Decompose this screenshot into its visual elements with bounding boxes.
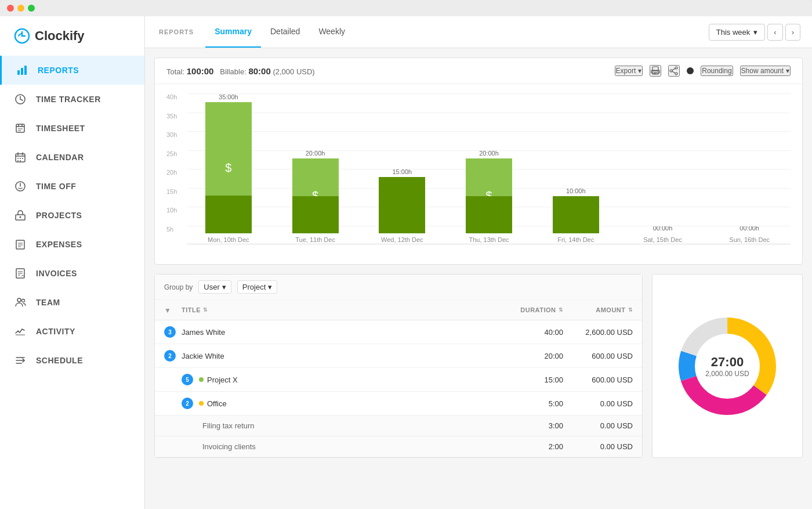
export-button[interactable]: Export ▾ [615, 66, 643, 76]
bar-tue-dark [292, 196, 339, 234]
chart-header: Total: 100:00 Billable: 80:00 (2,000 USD… [155, 58, 802, 84]
sidebar-item-projects[interactable]: PROJECTS [0, 201, 144, 230]
sidebar-item-reports[interactable]: REPORTS [0, 56, 144, 85]
row-amount: 2,600.00 USD [563, 328, 633, 337]
close-dot[interactable] [7, 5, 14, 12]
next-week-button[interactable]: › [785, 24, 800, 41]
time-off-icon [14, 180, 27, 193]
y-label-35: 35h [166, 113, 187, 120]
share-icon [669, 66, 679, 75]
row-title: James White [182, 328, 505, 337]
donut-chart-card: 27:00 2,000.00 USD [652, 274, 803, 458]
print-button[interactable] [650, 65, 661, 77]
group-project-select[interactable]: Project ▾ [237, 280, 277, 294]
bar-thu-dark [466, 196, 512, 234]
table-row[interactable]: Invoicing clients 2:00 0.00 USD [155, 436, 642, 457]
table-row[interactable]: 2 Office 5:00 0.00 USD [155, 392, 642, 416]
sidebar-label-invoices: INVOICES [36, 269, 77, 278]
sidebar-item-calendar[interactable]: CALENDAR [0, 143, 144, 172]
row-num-badge: 2 [182, 398, 193, 409]
row-title: Project X [199, 376, 505, 384]
svg-rect-2 [21, 68, 23, 75]
group-user-select[interactable]: User ▾ [198, 280, 231, 294]
svg-point-42 [675, 67, 677, 69]
main-content: REPORTS Summary Detailed Weekly This wee… [145, 16, 812, 509]
sidebar-label-time-tracker: TIME TRACKER [36, 95, 101, 104]
share-button[interactable] [668, 65, 680, 77]
col-duration-header[interactable]: DURATION ⇅ [505, 306, 563, 313]
reports-tab-label: REPORTS [157, 28, 196, 35]
collapse-icon: ▼ [164, 306, 171, 315]
col-title-header[interactable]: TITLE ⇅ [182, 306, 505, 313]
donut-time: 27:00 [705, 355, 749, 370]
table-row[interactable]: 2 Jackie White 20:00 600.00 USD [155, 344, 642, 368]
print-icon [651, 66, 660, 75]
this-week-button[interactable]: This week ▾ [709, 24, 766, 41]
table-row[interactable]: 3 James White 40:00 2,600.00 USD [155, 320, 642, 344]
donut-center: 27:00 2,000.00 USD [705, 355, 749, 378]
table-card: Group by User ▾ Project ▾ ▼ [154, 274, 643, 458]
main-content-area: Total: 100:00 Billable: 80:00 (2,000 USD… [145, 48, 812, 509]
time-tracker-icon [14, 93, 27, 106]
y-label-40: 40h [166, 93, 187, 100]
col-amount-header[interactable]: AMOUNT ⇅ [563, 306, 633, 313]
activity-icon [14, 325, 27, 338]
row-title: Office [199, 399, 505, 408]
rounding-button[interactable]: Rounding [701, 66, 733, 76]
row-duration: 2:00 [505, 442, 563, 451]
total-label: Total: [166, 67, 184, 76]
dollar-icon: $ [225, 161, 231, 175]
reports-icon [16, 64, 28, 77]
row-num-badge: 2 [164, 350, 176, 362]
grid-line-35 [187, 113, 791, 113]
chart-actions: Export ▾ [615, 65, 791, 77]
row-title: Filing tax return [182, 421, 505, 430]
schedule-icon [14, 354, 27, 367]
sidebar-item-timesheet[interactable]: TIMESHEET [0, 114, 144, 143]
sidebar: Clockify REPORTS TIME TRACKER [0, 16, 145, 509]
prev-week-button[interactable]: ‹ [767, 24, 782, 41]
y-label-20: 20h [166, 169, 187, 176]
svg-rect-5 [16, 124, 24, 132]
row-amount: 0.00 USD [563, 442, 633, 451]
minimize-dot[interactable] [17, 5, 24, 12]
sidebar-item-invoices[interactable]: INVOICES [0, 259, 144, 288]
svg-point-17 [22, 158, 23, 159]
y-label-10: 10h [166, 207, 187, 214]
y-label-15: 15h [166, 188, 187, 195]
sidebar-item-time-off[interactable]: TIME OFF [0, 172, 144, 201]
sidebar-item-time-tracker[interactable]: TIME TRACKER [0, 85, 144, 114]
svg-point-18 [17, 160, 19, 161]
team-icon [14, 296, 27, 309]
svg-point-43 [675, 73, 677, 75]
svg-point-22 [20, 216, 21, 218]
sidebar-item-team[interactable]: TEAM [0, 288, 144, 317]
sidebar-item-activity[interactable]: ACTIVITY [0, 317, 144, 346]
row-title: Jackie White [182, 352, 505, 360]
group-by-bar: Group by User ▾ Project ▾ [155, 275, 642, 300]
show-amount-button[interactable]: Show amount ▾ [740, 66, 791, 76]
row-num-badge: 3 [164, 326, 176, 338]
total-info: Total: 100:00 Billable: 80:00 (2,000 USD… [166, 66, 315, 76]
table-row[interactable]: 5 Project X 15:00 600.00 USD [155, 368, 642, 392]
tab-weekly[interactable]: Weekly [309, 16, 354, 48]
tab-summary[interactable]: Summary [205, 16, 261, 48]
project-color-dot [199, 401, 204, 406]
chevron-down-icon: ▾ [638, 67, 641, 75]
row-duration: 5:00 [505, 399, 563, 408]
chart-card: Total: 100:00 Billable: 80:00 (2,000 USD… [154, 57, 803, 265]
maximize-dot[interactable] [28, 5, 35, 12]
svg-rect-1 [17, 70, 20, 75]
donut-container: 27:00 2,000.00 USD [669, 308, 785, 424]
logo-icon [14, 28, 30, 44]
color-toggle[interactable] [687, 67, 694, 74]
table-row[interactable]: Filing tax return 3:00 0.00 USD [155, 416, 642, 436]
billable-value: 80:00 [248, 66, 270, 76]
sidebar-label-activity: ACTIVITY [36, 327, 75, 336]
tab-detailed[interactable]: Detailed [261, 16, 309, 48]
sidebar-item-expenses[interactable]: EXPENSES [0, 230, 144, 259]
project-color-dot [199, 377, 204, 382]
svg-point-31 [17, 298, 21, 302]
expenses-icon [14, 238, 27, 251]
sidebar-item-schedule[interactable]: SCHEDULE [0, 346, 144, 375]
